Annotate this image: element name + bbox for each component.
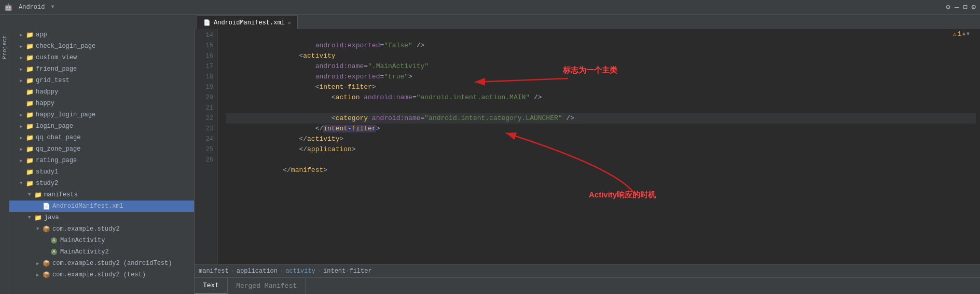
header-icons: ⚙ — ⊟ ⚙ <box>946 3 976 11</box>
tab-bar: 📄 AndroidManifest.xml ✕ <box>0 15 980 29</box>
breadcrumb-sep2: › <box>280 268 283 275</box>
code-line-26: </manifest> <box>226 155 976 165</box>
line-num-17: 17 <box>195 61 213 72</box>
folder-icon: 📁 <box>26 111 34 119</box>
code-line-14: android:exported="false" /> <box>226 30 976 41</box>
bottom-tabs: Text Merged Manifest <box>195 277 980 294</box>
project-name: Android <box>19 4 45 11</box>
line-num-23: 23 <box>195 124 213 134</box>
tree-item-com-example-study2[interactable]: ▼ 📦 com.example.study2 <box>9 223 194 235</box>
dropdown-icon[interactable]: ▼ <box>51 4 54 10</box>
folder-icon: 📁 <box>26 54 34 62</box>
line-num-16: 16 <box>195 51 213 61</box>
breadcrumb-activity: activity <box>285 268 315 275</box>
tree-item-androidtest[interactable]: ▶ 📦 com.example.study2 (androidTest) <box>9 258 194 269</box>
tree-item-androidmanifest[interactable]: ▶ 📄 AndroidManifest.xml <box>9 201 194 212</box>
xml-icon: 📄 <box>43 203 50 210</box>
folder-icon: 📁 <box>26 145 34 153</box>
editor-wrapper: ⚠ 1 ▲ ▼ 14 15 16 17 18 19 20 <box>195 29 980 277</box>
folder-icon: 📁 <box>26 180 34 188</box>
minimize-icon[interactable]: — <box>955 3 959 11</box>
line-num-26: 26 <box>195 155 213 165</box>
tree-item-study1[interactable]: ▶ 📁 study1 <box>9 166 194 178</box>
editor-area: ⚠ 1 ▲ ▼ 14 15 16 17 18 19 20 <box>195 29 980 294</box>
code-line-16: android:name=".MainActivity" <box>226 51 976 61</box>
main-content: Project ▶ 📁 app ▶ 📁 check_login_page ▶ 📁… <box>0 29 980 294</box>
line-num-19: 19 <box>195 82 213 92</box>
folder-icon: 📁 <box>26 31 34 39</box>
breadcrumb-application: application <box>237 268 278 275</box>
tab-merged-manifest[interactable]: Merged Manifest <box>228 278 306 295</box>
tab-label: AndroidManifest.xml <box>214 19 285 26</box>
tab-text[interactable]: Text <box>195 278 228 295</box>
package-icon: 📦 <box>43 225 50 233</box>
header-bar: 🤖 Android ▼ ⚙ — ⊟ ⚙ <box>0 0 980 15</box>
line-num-21: 21 <box>195 103 213 113</box>
folder-icon: 📁 <box>26 100 34 108</box>
folder-icon: 📁 <box>26 77 34 85</box>
code-line-21: <category android:name="android.intent.c… <box>226 103 976 113</box>
tree-item-manifests[interactable]: ▼ 📁 manifests <box>9 189 194 201</box>
layout-icon[interactable]: ⊟ <box>963 3 967 11</box>
tree-item-java[interactable]: ▼ 📁 java <box>9 212 194 223</box>
tree-item-mainactivity[interactable]: ▶ A MainActivity <box>9 235 194 246</box>
tree-item-check-login-page[interactable]: ▶ 📁 check_login_page <box>9 41 194 52</box>
activity-icon: A <box>51 237 58 244</box>
tree-item-qq-chat-page[interactable]: ▶ 📁 qq_chat_page <box>9 132 194 143</box>
tree-item-happy-login-page[interactable]: ▶ 📁 happy_login_page <box>9 109 194 121</box>
android-icon: 🤖 <box>4 3 12 11</box>
line-numbers: 14 15 16 17 18 19 20 21 22 23 24 25 26 <box>195 29 218 264</box>
folder-icon: 📁 <box>26 43 34 50</box>
tree-item-login-page[interactable]: ▶ 📁 login_page <box>9 121 194 132</box>
settings-icon[interactable]: ⚙ <box>946 3 950 11</box>
line-num-20: 20 <box>195 92 213 103</box>
activity2-icon: A <box>51 248 58 256</box>
breadcrumb-manifest: manifest <box>199 268 229 275</box>
tree-item-friend-page[interactable]: ▶ 📁 friend_page <box>9 63 194 75</box>
xml-file-icon: 📄 <box>203 19 211 26</box>
tree-item-rating-page[interactable]: ▶ 📁 rating_page <box>9 155 194 166</box>
project-vertical-label: Project <box>2 35 8 59</box>
line-num-25: 25 <box>195 144 213 155</box>
tree-item-app[interactable]: ▶ 📁 app <box>9 29 194 41</box>
folder-icon: 📁 <box>26 65 34 73</box>
tree-item-study2[interactable]: ▼ 📁 study2 <box>9 178 194 189</box>
tree-item-hadppy[interactable]: ▶ 📁 hadppy <box>9 86 194 98</box>
project-tree: ▶ 📁 app ▶ 📁 check_login_page ▶ 📁 custom_… <box>9 29 194 280</box>
breadcrumb-sep1: › <box>231 268 234 275</box>
breadcrumb-intent-filter: intent-filter <box>323 268 372 275</box>
gear2-icon[interactable]: ⚙ <box>972 3 976 11</box>
package-icon: 📦 <box>43 260 50 268</box>
tree-item-custom-view[interactable]: ▶ 📁 custom_view <box>9 52 194 63</box>
code-editor[interactable]: 14 15 16 17 18 19 20 21 22 23 24 25 26 <box>195 29 980 264</box>
line-num-15: 15 <box>195 41 213 51</box>
folder-icon: 📁 <box>26 123 34 130</box>
tree-item-qq-zone-page[interactable]: ▶ 📁 qq_zone_page <box>9 143 194 155</box>
file-tab-androidmanifest[interactable]: 📄 AndroidManifest.xml ✕ <box>197 16 298 29</box>
folder-icon: 📁 <box>26 134 34 142</box>
folder-icon: 📁 <box>26 157 34 165</box>
folder-icon: 📁 <box>34 214 42 222</box>
folder-icon: 📁 <box>26 168 34 176</box>
tree-item-test[interactable]: ▶ 📦 com.example.study2 (test) <box>9 269 194 280</box>
tab-close-icon[interactable]: ✕ <box>288 20 291 26</box>
line-num-22: 22 <box>195 113 213 124</box>
sidebar: Project ▶ 📁 app ▶ 📁 check_login_page ▶ 📁… <box>0 29 195 294</box>
code-lines: 14 15 16 17 18 19 20 21 22 23 24 25 26 <box>195 29 980 264</box>
package-icon: 📦 <box>43 271 50 279</box>
breadcrumb-bar: manifest › application › activity › inte… <box>195 264 980 277</box>
code-content[interactable]: android:exported="false" /> <activity an… <box>218 29 980 264</box>
line-num-18: 18 <box>195 72 213 82</box>
line-num-24: 24 <box>195 134 213 144</box>
tree-item-grid-test[interactable]: ▶ 📁 grid_test <box>9 75 194 86</box>
tree-item-happy[interactable]: ▶ 📁 happy <box>9 98 194 109</box>
breadcrumb-sep3: › <box>318 268 321 275</box>
tree-item-mainactivity2[interactable]: ▶ A MainActivity2 <box>9 246 194 258</box>
line-num-14: 14 <box>195 30 213 41</box>
folder-icon: 📁 <box>34 191 42 199</box>
folder-icon: 📁 <box>26 88 34 96</box>
